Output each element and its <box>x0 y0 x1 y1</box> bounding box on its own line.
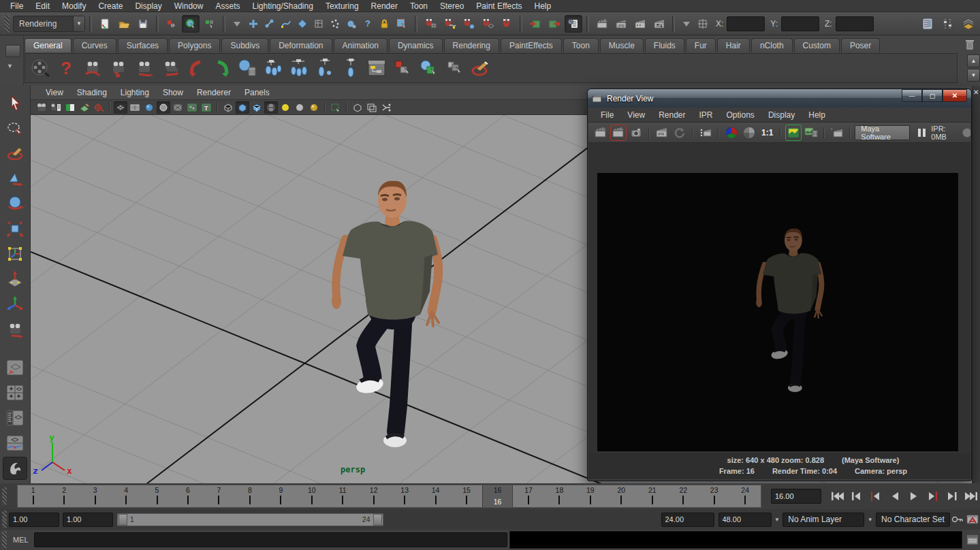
character-set-field[interactable]: No Character Set <box>876 513 950 527</box>
frame-7[interactable]: 7 <box>204 485 234 507</box>
bookmarks-icon[interactable] <box>63 101 77 114</box>
frame-21[interactable]: 21 <box>637 485 667 507</box>
shelf-tab-curves[interactable]: Curves <box>73 38 116 52</box>
go-to-start-button[interactable] <box>828 488 847 504</box>
select-dynamics-button[interactable] <box>328 16 343 31</box>
snap-to-points-button[interactable] <box>460 15 477 33</box>
rotate-tool-button[interactable] <box>3 192 27 215</box>
select-component-button[interactable] <box>201 15 219 33</box>
lattice-icon[interactable] <box>338 55 363 81</box>
frame-18[interactable]: 18 <box>544 485 575 507</box>
menu-paint-effects[interactable]: Paint Effects <box>470 0 528 12</box>
render-region-button[interactable] <box>631 15 649 33</box>
frame-23[interactable]: 23 <box>699 485 729 507</box>
menu-set-dropdown[interactable]: Rendering ▼ <box>13 16 85 32</box>
step-back-key-button[interactable] <box>866 488 885 504</box>
x-coordinate-input[interactable] <box>727 16 765 31</box>
chevron-down-icon[interactable]: ▼ <box>772 513 783 526</box>
frame-20[interactable]: 20 <box>606 485 637 507</box>
frame-12[interactable]: 12 <box>358 485 389 507</box>
play-backwards-button[interactable] <box>885 488 904 504</box>
rv-menu-display[interactable]: Display <box>761 110 802 120</box>
lasso-tool-button[interactable] <box>3 116 27 140</box>
select-misc-button[interactable]: ? <box>360 16 375 31</box>
render-canvas-area[interactable] <box>588 143 970 453</box>
textured-shaded-icon[interactable] <box>264 101 278 114</box>
timeslider-grip[interactable] <box>2 487 7 505</box>
menu-assets[interactable]: Assets <box>209 0 246 12</box>
play-forwards-button[interactable] <box>904 488 923 504</box>
playback-start-input[interactable] <box>63 513 113 527</box>
menu-render[interactable]: Render <box>365 0 404 12</box>
smooth-shade-mode-icon[interactable] <box>236 101 249 114</box>
move-tool-button[interactable] <box>3 167 27 190</box>
shelf-tab-toon[interactable]: Toon <box>563 38 599 52</box>
layout-single-pane-button[interactable] <box>3 356 27 379</box>
refresh-ipr-button[interactable] <box>671 125 688 141</box>
trash-icon[interactable] <box>962 37 977 52</box>
scroll-up-icon[interactable]: ▲ <box>967 54 980 67</box>
y-coordinate-input[interactable] <box>781 16 819 31</box>
frame-9[interactable]: 9 <box>266 485 296 507</box>
show-channel-box-button[interactable] <box>919 15 936 33</box>
last-tool-used-button[interactable] <box>3 318 27 341</box>
soft-modification-tool-button[interactable] <box>3 268 27 291</box>
paint-effects-brush-icon[interactable] <box>468 55 492 81</box>
z-coordinate-input[interactable] <box>836 16 874 31</box>
paint-select-tool-button[interactable] <box>3 142 27 165</box>
renderer-dropdown[interactable]: Maya Software <box>855 125 910 140</box>
scale-tool-button[interactable] <box>3 217 27 240</box>
frame-2[interactable]: 2 <box>48 485 79 507</box>
use-all-lights-icon[interactable] <box>307 101 321 114</box>
undo-icon[interactable] <box>183 55 208 81</box>
select-hierarchy-button[interactable] <box>163 15 180 33</box>
shelf-tab-deformation[interactable]: Deformation <box>270 38 332 52</box>
show-tool-settings-button[interactable] <box>939 15 957 33</box>
lock-selection-button[interactable] <box>377 16 392 31</box>
select-curves-button[interactable] <box>279 16 294 31</box>
close-icon[interactable]: ✕ <box>973 88 979 96</box>
panel-menu-panels[interactable]: Panels <box>238 88 276 97</box>
statusline-grip[interactable] <box>5 15 10 33</box>
rv-menu-options[interactable]: Options <box>720 110 761 120</box>
mel-command-input[interactable] <box>34 532 507 547</box>
open-render-settings-button[interactable]: " <box>829 125 845 141</box>
sync-icon[interactable] <box>679 16 694 31</box>
panel-menu-renderer[interactable]: Renderer <box>190 88 238 97</box>
chevron-down-icon[interactable]: ▼ <box>864 513 876 526</box>
real-size-button[interactable]: 1:1 <box>759 128 776 138</box>
frame-4[interactable]: 4 <box>110 485 141 507</box>
frame-8[interactable]: 8 <box>234 485 265 507</box>
render-region-button[interactable] <box>697 125 714 141</box>
joint-cluster-icon[interactable] <box>313 55 337 81</box>
shelf-tab-rendering[interactable]: Rendering <box>444 38 499 52</box>
snap-to-grid-button[interactable] <box>422 15 439 33</box>
save-scene-button[interactable] <box>134 15 152 33</box>
select-tool-button[interactable] <box>3 91 27 114</box>
maya-logo-button[interactable] <box>3 457 27 480</box>
maximize-button[interactable]: ▢ <box>922 89 943 102</box>
shelf-menu-button[interactable] <box>5 45 20 57</box>
menu-texturing[interactable]: Texturing <box>319 0 365 12</box>
rv-menu-ipr[interactable]: IPR <box>693 110 720 120</box>
two-d-pan-zoom-icon[interactable] <box>92 101 106 114</box>
create-character-set-icon[interactable] <box>442 55 467 81</box>
scroll-down-icon[interactable]: ▼ <box>967 69 980 82</box>
shelf-tab-animation[interactable]: Animation <box>334 38 388 52</box>
render-settings-button[interactable] <box>650 15 668 33</box>
frame-5[interactable]: 5 <box>142 485 172 507</box>
remove-image-button[interactable] <box>803 125 819 141</box>
frame-15[interactable]: 15 <box>451 485 481 507</box>
shelf-tab-fur[interactable]: Fur <box>686 38 716 52</box>
shelf-tab-general[interactable]: General <box>25 38 72 52</box>
frame-11[interactable]: 11 <box>328 485 358 507</box>
current-time-input[interactable] <box>771 489 821 504</box>
set-key-icon[interactable] <box>416 55 441 81</box>
select-joints-button[interactable] <box>262 16 277 31</box>
menu-lighting-shading[interactable]: Lighting/Shading <box>246 0 319 12</box>
playback-range-bar[interactable]: 1 24 <box>117 513 383 526</box>
shelf-tab-muscle[interactable]: Muscle <box>600 38 644 52</box>
absolute-relative-toggle[interactable] <box>695 16 710 31</box>
frame-ruler[interactable]: 1 2 3 4 5 6 7 8 9 10 11 12 13 14 15 1616… <box>17 485 761 508</box>
set-key-icon[interactable] <box>950 512 965 527</box>
